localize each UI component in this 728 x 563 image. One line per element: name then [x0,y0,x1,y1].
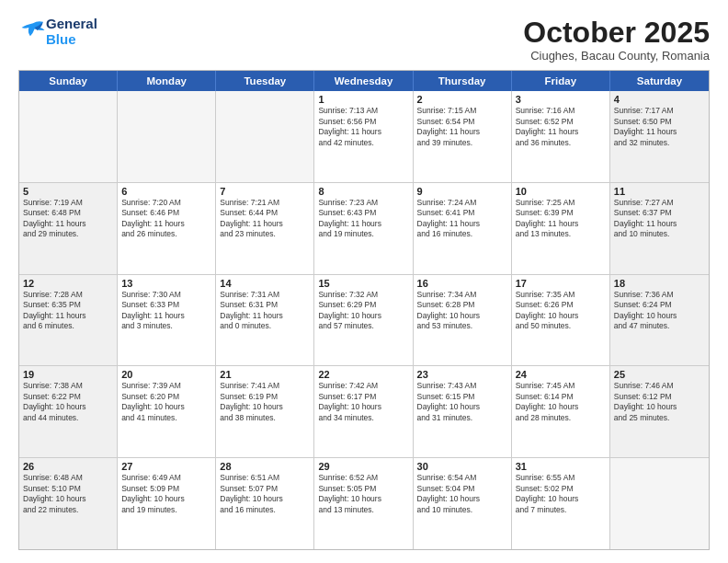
day-number: 30 [417,461,507,472]
calendar-body: 1Sunrise: 7:13 AMSunset: 6:56 PMDaylight… [19,91,709,549]
day-number: 11 [614,186,705,197]
calendar-cell: 6Sunrise: 7:20 AMSunset: 6:46 PMDaylight… [118,183,216,274]
calendar-cell: 23Sunrise: 7:43 AMSunset: 6:15 PMDayligh… [414,366,512,457]
cell-details: Sunrise: 6:52 AMSunset: 5:05 PMDaylight:… [318,473,408,515]
cell-details: Sunrise: 7:42 AMSunset: 6:17 PMDaylight:… [318,381,408,423]
calendar-cell: 29Sunrise: 6:52 AMSunset: 5:05 PMDayligh… [314,458,413,549]
day-number: 6 [121,186,211,197]
day-number: 12 [23,278,113,289]
calendar-cell: 17Sunrise: 7:35 AMSunset: 6:26 PMDayligh… [512,275,610,366]
day-number: 17 [516,278,606,289]
day-number: 26 [23,461,113,472]
day-of-week-sunday: Sunday [19,71,118,91]
calendar-cell: 31Sunrise: 6:55 AMSunset: 5:02 PMDayligh… [512,458,610,549]
calendar-row-3: 19Sunrise: 7:38 AMSunset: 6:22 PMDayligh… [19,365,709,457]
cell-details: Sunrise: 7:27 AMSunset: 6:37 PMDaylight:… [614,198,705,240]
day-number: 20 [121,369,211,380]
calendar-row-4: 26Sunrise: 6:48 AMSunset: 5:10 PMDayligh… [19,457,709,549]
cell-details: Sunrise: 7:45 AMSunset: 6:14 PMDaylight:… [516,381,606,423]
day-number: 7 [220,186,310,197]
calendar-cell: 11Sunrise: 7:27 AMSunset: 6:37 PMDayligh… [610,183,709,274]
calendar-cell: 20Sunrise: 7:39 AMSunset: 6:20 PMDayligh… [118,366,216,457]
calendar-cell: 28Sunrise: 6:51 AMSunset: 5:07 PMDayligh… [216,458,314,549]
calendar-cell: 8Sunrise: 7:23 AMSunset: 6:43 PMDaylight… [314,183,413,274]
cell-details: Sunrise: 7:34 AMSunset: 6:28 PMDaylight:… [417,290,507,332]
calendar-cell: 7Sunrise: 7:21 AMSunset: 6:44 PMDaylight… [216,183,314,274]
cell-details: Sunrise: 6:54 AMSunset: 5:04 PMDaylight:… [417,473,507,515]
cell-details: Sunrise: 7:16 AMSunset: 6:52 PMDaylight:… [516,106,606,148]
calendar-cell: 15Sunrise: 7:32 AMSunset: 6:29 PMDayligh… [314,275,413,366]
calendar-cell: 24Sunrise: 7:45 AMSunset: 6:14 PMDayligh… [512,366,610,457]
calendar-cell: 19Sunrise: 7:38 AMSunset: 6:22 PMDayligh… [19,366,118,457]
calendar-row-2: 12Sunrise: 7:28 AMSunset: 6:35 PMDayligh… [19,274,709,366]
calendar-cell: 14Sunrise: 7:31 AMSunset: 6:31 PMDayligh… [216,275,314,366]
day-number: 27 [121,461,211,472]
calendar-cell: 3Sunrise: 7:16 AMSunset: 6:52 PMDaylight… [512,91,610,182]
cell-details: Sunrise: 7:41 AMSunset: 6:19 PMDaylight:… [220,381,310,423]
day-number: 19 [23,369,113,380]
cell-details: Sunrise: 7:46 AMSunset: 6:12 PMDaylight:… [614,381,705,423]
day-number: 18 [614,278,705,289]
cell-details: Sunrise: 7:31 AMSunset: 6:31 PMDaylight:… [220,290,310,332]
calendar-cell: 18Sunrise: 7:36 AMSunset: 6:24 PMDayligh… [610,275,709,366]
calendar-row-1: 5Sunrise: 7:19 AMSunset: 6:48 PMDaylight… [19,182,709,274]
cell-details: Sunrise: 6:51 AMSunset: 5:07 PMDaylight:… [220,473,310,515]
cell-details: Sunrise: 7:19 AMSunset: 6:48 PMDaylight:… [23,198,113,240]
calendar-cell: 4Sunrise: 7:17 AMSunset: 6:50 PMDaylight… [610,91,709,182]
day-of-week-monday: Monday [118,71,216,91]
calendar-header: SundayMondayTuesdayWednesdayThursdayFrid… [19,71,709,91]
calendar-cell: 25Sunrise: 7:46 AMSunset: 6:12 PMDayligh… [610,366,709,457]
calendar-cell: 27Sunrise: 6:49 AMSunset: 5:09 PMDayligh… [118,458,216,549]
cell-details: Sunrise: 7:15 AMSunset: 6:54 PMDaylight:… [417,106,507,148]
calendar-cell: 10Sunrise: 7:25 AMSunset: 6:39 PMDayligh… [512,183,610,274]
day-number: 9 [417,186,507,197]
cell-details: Sunrise: 7:28 AMSunset: 6:35 PMDaylight:… [23,290,113,332]
calendar-cell: 12Sunrise: 7:28 AMSunset: 6:35 PMDayligh… [19,275,118,366]
calendar-cell: 2Sunrise: 7:15 AMSunset: 6:54 PMDaylight… [414,91,512,182]
day-number: 21 [220,369,310,380]
cell-details: Sunrise: 7:30 AMSunset: 6:33 PMDaylight:… [121,290,211,332]
day-of-week-saturday: Saturday [610,71,709,91]
cell-details: Sunrise: 7:35 AMSunset: 6:26 PMDaylight:… [516,290,606,332]
day-of-week-thursday: Thursday [414,71,512,91]
day-number: 31 [516,461,606,472]
day-number: 23 [417,369,507,380]
calendar-cell: 26Sunrise: 6:48 AMSunset: 5:10 PMDayligh… [19,458,118,549]
calendar: SundayMondayTuesdayWednesdayThursdayFrid… [18,70,710,550]
day-of-week-friday: Friday [512,71,610,91]
day-number: 8 [318,186,408,197]
cell-details: Sunrise: 7:36 AMSunset: 6:24 PMDaylight:… [614,290,705,332]
cell-details: Sunrise: 7:43 AMSunset: 6:15 PMDaylight:… [417,381,507,423]
cell-details: Sunrise: 7:20 AMSunset: 6:46 PMDaylight:… [121,198,211,240]
cell-details: Sunrise: 6:49 AMSunset: 5:09 PMDaylight:… [121,473,211,515]
calendar-cell [19,91,118,182]
location-subtitle: Ciughes, Bacau County, Romania [523,49,710,63]
day-number: 29 [318,461,408,472]
day-number: 2 [417,94,507,105]
month-title: October 2025 [523,17,710,49]
calendar-cell [118,91,216,182]
day-number: 22 [318,369,408,380]
calendar-cell: 30Sunrise: 6:54 AMSunset: 5:04 PMDayligh… [414,458,512,549]
day-number: 14 [220,278,310,289]
cell-details: Sunrise: 7:13 AMSunset: 6:56 PMDaylight:… [318,106,408,148]
day-number: 15 [318,278,408,289]
logo: General Blue [18,17,97,47]
calendar-cell: 16Sunrise: 7:34 AMSunset: 6:28 PMDayligh… [414,275,512,366]
cell-details: Sunrise: 6:55 AMSunset: 5:02 PMDaylight:… [516,473,606,515]
day-number: 28 [220,461,310,472]
page: General Blue October 2025 Ciughes, Bacau… [0,0,728,563]
cell-details: Sunrise: 7:17 AMSunset: 6:50 PMDaylight:… [614,106,705,148]
cell-details: Sunrise: 7:32 AMSunset: 6:29 PMDaylight:… [318,290,408,332]
day-number: 13 [121,278,211,289]
calendar-cell: 22Sunrise: 7:42 AMSunset: 6:17 PMDayligh… [314,366,413,457]
day-number: 5 [23,186,113,197]
header: General Blue October 2025 Ciughes, Bacau… [18,17,710,63]
calendar-cell [216,91,314,182]
cell-details: Sunrise: 7:23 AMSunset: 6:43 PMDaylight:… [318,198,408,240]
day-of-week-tuesday: Tuesday [216,71,314,91]
calendar-cell: 9Sunrise: 7:24 AMSunset: 6:41 PMDaylight… [414,183,512,274]
day-number: 25 [614,369,705,380]
title-block: October 2025 Ciughes, Bacau County, Roma… [523,17,710,63]
logo-text: General Blue [46,17,97,47]
